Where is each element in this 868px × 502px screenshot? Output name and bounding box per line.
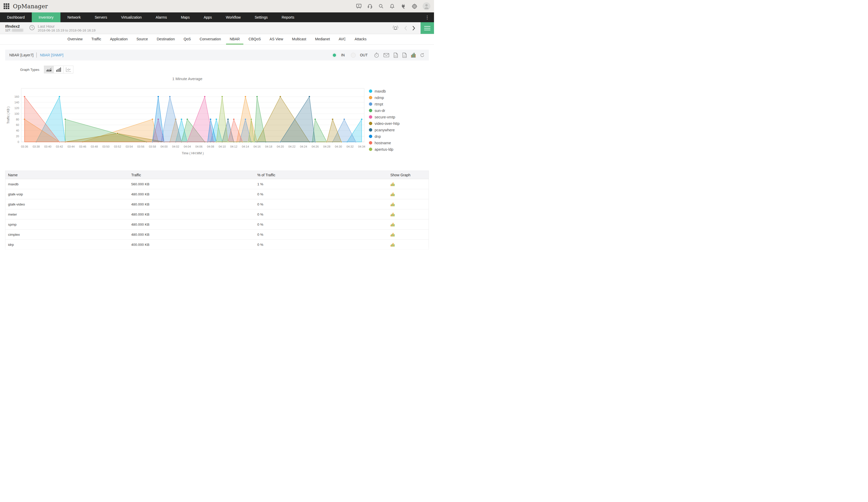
legend-item-pcanywhere[interactable]: pcanywhere [369, 127, 400, 133]
out-radio[interactable] [351, 53, 356, 58]
time-period[interactable]: Last Hour 2018-06-16 15:19 to 2018-06-16… [38, 24, 95, 32]
column-header-show-graph: Show Graph [385, 173, 428, 177]
nav-item-settings[interactable]: Settings [248, 12, 275, 22]
tab-cbqos[interactable]: CBQoS [245, 34, 264, 44]
pdf-export-icon[interactable]: PDF [393, 52, 398, 58]
tab-source[interactable]: Source [133, 34, 152, 44]
mini-bar-chart-icon[interactable] [385, 182, 428, 187]
legend-item-apertus-ldp[interactable]: apertus-ldp [369, 146, 400, 152]
video-tour-icon[interactable] [356, 3, 362, 9]
support-icon[interactable] [367, 3, 373, 9]
svg-text:04:32: 04:32 [347, 145, 354, 148]
mini-bar-chart-icon[interactable] [385, 212, 428, 217]
kebab-menu-icon[interactable]: ⋮ [420, 12, 434, 22]
mini-bar-chart-icon[interactable] [385, 202, 428, 207]
next-chevron-icon[interactable] [412, 26, 415, 31]
in-radio[interactable] [332, 53, 337, 58]
legend-item-secure-vmtp[interactable]: secure-vmtp [369, 114, 400, 120]
svg-text:03:56: 03:56 [137, 145, 144, 148]
nav-item-servers[interactable]: Servers [87, 12, 114, 22]
svg-text:03:38: 03:38 [32, 145, 40, 148]
refresh-icon[interactable] [420, 53, 425, 58]
traffic-area-chart[interactable]: 020406080100120140160Traffic ( KB )03:36… [5, 85, 369, 159]
notifications-icon[interactable] [389, 3, 395, 9]
nav-item-virtualization[interactable]: Virtualization [114, 12, 149, 22]
nav-item-network[interactable]: Network [61, 12, 87, 22]
area-chart-button[interactable] [44, 66, 54, 73]
tab-destination[interactable]: Destination [153, 34, 178, 44]
traffic-percent: 0 % [257, 243, 385, 247]
tab-nbar[interactable]: NBAR [226, 34, 243, 44]
graph-types: Graph Types [20, 66, 73, 73]
svg-text:04:12: 04:12 [230, 145, 237, 148]
tab-attacks[interactable]: Attacks [351, 34, 370, 44]
tab-application[interactable]: Application [106, 34, 132, 44]
svg-text:60: 60 [16, 123, 19, 127]
legend-item-rtmpt[interactable]: rtmpt [369, 101, 400, 107]
traffic-percent: 1 % [257, 182, 385, 186]
bar-chart-button[interactable] [54, 66, 63, 73]
legend-label: maxdb [375, 89, 386, 93]
tab-multicast[interactable]: Multicast [288, 34, 310, 44]
legend-label: hostname [375, 141, 391, 145]
device-alarm-icon[interactable] [392, 25, 399, 31]
plugin-icon[interactable] [400, 3, 406, 9]
app-grid-icon[interactable] [3, 3, 9, 9]
svg-text:04:18: 04:18 [265, 145, 272, 148]
prev-chevron-icon[interactable] [404, 26, 407, 31]
nbar-snmp-link[interactable]: NBAR [SNMP] [40, 53, 63, 57]
chart-toggle-icon[interactable] [411, 53, 416, 58]
period-range: 2018-06-16 15:19 to 2018-06-16 16:19 [38, 28, 95, 32]
schedule-icon[interactable] [374, 52, 379, 58]
traffic-value: 560.000 KB [131, 182, 257, 186]
mini-bar-chart-icon[interactable] [385, 222, 428, 227]
legend-item-dnp[interactable]: dnp [369, 133, 400, 140]
tab-conversation[interactable]: Conversation [196, 34, 225, 44]
tab-qos[interactable]: QoS [180, 34, 195, 44]
nbar-layer7-tab[interactable]: NBAR [Layer7] [9, 53, 33, 57]
legend-item-sun-dr[interactable]: sun-dr [369, 107, 400, 114]
tab-overview[interactable]: Overview [64, 34, 86, 44]
svg-text:40: 40 [16, 129, 19, 132]
protocol-name: gtalk-voip [6, 192, 131, 196]
svg-text:03:52: 03:52 [114, 145, 121, 148]
settings-icon[interactable] [412, 3, 417, 9]
nav-item-reports[interactable]: Reports [275, 12, 301, 22]
legend-dot [369, 89, 372, 93]
tab-medianet[interactable]: Medianet [311, 34, 333, 44]
svg-text:04:14: 04:14 [242, 145, 249, 148]
legend-item-maxdb[interactable]: maxdb [369, 88, 400, 94]
search-icon[interactable] [378, 3, 384, 9]
tab-traffic[interactable]: Traffic [88, 34, 105, 44]
csv-export-icon[interactable]: CSV [402, 52, 407, 58]
legend-dot [369, 122, 372, 125]
svg-text:PDF: PDF [394, 55, 397, 57]
nav-item-dashboard[interactable]: Dashboard [0, 12, 32, 22]
protocol-name: maxdb [6, 182, 131, 186]
nav-item-alarms[interactable]: Alarms [149, 12, 174, 22]
scatter-chart-button[interactable] [63, 66, 73, 73]
nav-item-workflow[interactable]: Workflow [219, 12, 247, 22]
tab-avc[interactable]: AVC [335, 34, 350, 44]
nav-item-maps[interactable]: Maps [174, 12, 197, 22]
svg-text:04:04: 04:04 [184, 145, 191, 148]
traffic-percent: 0 % [257, 202, 385, 206]
email-icon[interactable] [383, 53, 389, 57]
user-avatar[interactable] [423, 2, 431, 10]
legend-item-video-over-http[interactable]: video-over-http [369, 120, 400, 127]
column-header--of-traffic: % of Traffic [257, 173, 385, 177]
mini-bar-chart-icon[interactable] [385, 242, 428, 247]
device-ip-text: 127. [5, 28, 11, 32]
mini-bar-chart-icon[interactable] [385, 192, 428, 197]
menu-hamburger-icon[interactable] [421, 22, 434, 34]
nav-item-inventory[interactable]: Inventory [32, 12, 61, 22]
svg-text:04:26: 04:26 [311, 145, 319, 148]
tab-as-view[interactable]: AS View [266, 34, 287, 44]
traffic-percent: 0 % [257, 223, 385, 227]
legend-item-ndmp[interactable]: ndmp [369, 94, 400, 101]
nav-item-apps[interactable]: Apps [197, 12, 219, 22]
column-header-traffic: Traffic [131, 173, 257, 177]
mini-bar-chart-icon[interactable] [385, 232, 428, 237]
legend-item-hostname[interactable]: hostname [369, 140, 400, 146]
svg-text:03:36: 03:36 [21, 145, 28, 148]
